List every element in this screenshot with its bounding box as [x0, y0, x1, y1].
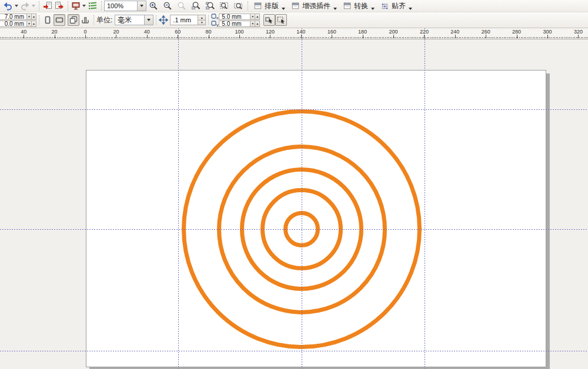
ruler-number: 300	[543, 29, 552, 35]
zoom-combo-dropdown-icon[interactable]	[137, 1, 146, 11]
bounding-box-button[interactable]	[275, 14, 287, 26]
export-button[interactable]	[54, 1, 65, 12]
import-button[interactable]	[42, 1, 54, 12]
application-launcher-icon	[71, 1, 81, 11]
page-width-value: 7.0 mm	[5, 14, 24, 20]
ruler-major-tick	[363, 35, 363, 38]
undo-icon	[3, 1, 13, 11]
page-height-value: 0.0 mm	[5, 21, 24, 27]
options-button[interactable]	[87, 1, 99, 12]
window-icon	[291, 2, 300, 10]
zoom-one-shot-button[interactable]	[175, 1, 189, 12]
guideline-vertical[interactable]	[178, 39, 179, 369]
current-page-icon	[81, 15, 90, 25]
page-height-field[interactable]: 0.0 mm	[0, 21, 27, 27]
duplicate-distance-fields: x 5.0 mm ▼▲ y 5.0 mm ▼▲	[211, 14, 260, 27]
zoom-to-selected-icon	[191, 1, 201, 11]
redo-button[interactable]	[19, 1, 31, 12]
convert-menu-button[interactable]: 转换	[340, 0, 377, 12]
duplicate-x-field[interactable]: 5.0 mm	[219, 14, 250, 20]
plugins-menu-label: 增强插件	[302, 1, 330, 11]
units-combo[interactable]: 毫米	[115, 15, 153, 25]
ruler-number: 140	[296, 29, 305, 35]
ruler-number: 320	[574, 29, 583, 35]
import-icon	[42, 1, 53, 11]
units-label: 单位:	[96, 15, 112, 25]
duplicate-y-spinner[interactable]: ▼▲	[250, 21, 260, 27]
ruler-number: 280	[512, 29, 521, 35]
ruler-major-tick	[455, 35, 456, 38]
units-combo-dropdown-icon[interactable]	[144, 15, 153, 25]
export-icon	[54, 1, 65, 11]
zoom-level-combo[interactable]: 100%	[104, 1, 146, 11]
apply-to-current-page-button[interactable]	[79, 14, 91, 26]
page-height-spinner[interactable]: ▼▲	[27, 21, 36, 27]
redo-icon	[20, 1, 30, 11]
drawing-workspace[interactable]	[0, 39, 588, 369]
zoom-out-button[interactable]	[161, 1, 175, 12]
application-launcher-button[interactable]	[71, 1, 81, 12]
treat-as-filled-button[interactable]	[263, 14, 275, 26]
options-icon	[88, 1, 98, 11]
bounding-box-icon	[276, 15, 286, 25]
toolbar-separator	[39, 1, 39, 11]
redo-dropdown[interactable]	[31, 1, 36, 12]
nudge-spinner[interactable]: ▲▼	[198, 15, 206, 25]
duplicate-x-spinner[interactable]: ▼▲	[250, 14, 260, 20]
zoom-to-all-icon	[205, 1, 215, 11]
plugins-menu-button[interactable]: 增强插件	[288, 0, 340, 12]
ruler-number: 260	[482, 29, 490, 35]
landscape-icon	[55, 15, 64, 25]
duplicate-y-field[interactable]: 5.0 mm	[219, 21, 250, 27]
snap-menu-label: 贴齐	[392, 1, 406, 11]
guideline-horizontal[interactable]	[0, 109, 588, 110]
ruler-major-tick	[24, 35, 24, 38]
snap-menu-button[interactable]: 贴齐	[377, 0, 415, 12]
layout-menu-button[interactable]: 排版	[250, 0, 288, 12]
guideline-vertical[interactable]	[425, 39, 425, 369]
zoom-out-icon	[163, 1, 172, 11]
snap-grid-icon	[380, 2, 389, 10]
toolbar-separator	[208, 15, 209, 25]
coreldraw-window: 100%	[0, 0, 588, 369]
standard-toolbar: 100%	[0, 0, 588, 12]
nudge-distance-value: .1 mm	[173, 16, 191, 24]
ruler-number: 160	[328, 29, 336, 35]
toolbar-separator	[39, 15, 39, 25]
ruler-number: 0	[83, 29, 86, 35]
ruler-major-tick	[209, 35, 209, 38]
apply-to-all-pages-button[interactable]	[68, 14, 79, 26]
duplicate-y-value: 5.0 mm	[222, 21, 241, 27]
landscape-button[interactable]	[54, 14, 65, 26]
zoom-to-selected-button[interactable]	[189, 1, 203, 12]
duplicate-x-value: 5.0 mm	[222, 14, 241, 20]
ruler-major-tick	[486, 35, 486, 38]
ruler-number: 200	[389, 29, 397, 35]
ruler-number: 100	[235, 29, 243, 35]
zoom-level-value: 100%	[105, 2, 137, 9]
ruler-guideline-stub	[302, 28, 302, 39]
ruler-number: 80	[206, 29, 212, 35]
ruler-number: 20	[113, 29, 119, 35]
concentric-circles-object[interactable]	[0, 39, 588, 369]
nudge-distance-field[interactable]: .1 mm	[170, 15, 198, 25]
zoom-in-button[interactable]	[146, 1, 161, 12]
ruler-number: 40	[21, 29, 26, 35]
portrait-button[interactable]	[42, 14, 54, 26]
undo-dropdown[interactable]	[14, 1, 19, 12]
units-value: 毫米	[115, 15, 144, 25]
guideline-vertical[interactable]	[302, 39, 302, 369]
guideline-horizontal[interactable]	[0, 229, 588, 230]
toolbar-separator	[68, 1, 68, 11]
page-size-fields: 7.0 mm ▼▲ 0.0 mm ▼▲	[0, 14, 36, 27]
zoom-to-page-button[interactable]	[217, 1, 231, 12]
page-width-spinner[interactable]: ▼▲	[27, 14, 36, 20]
page-width-field[interactable]: 7.0 mm	[0, 14, 27, 20]
zoom-to-all-button[interactable]	[203, 1, 217, 12]
ruler-major-tick	[332, 35, 332, 38]
undo-button[interactable]	[2, 1, 14, 12]
guideline-horizontal[interactable]	[0, 351, 588, 351]
horizontal-ruler[interactable]: 4020020406080100120140160180200220240260…	[0, 28, 588, 39]
application-launcher-dropdown[interactable]	[81, 1, 87, 12]
zoom-to-width-button[interactable]	[231, 1, 245, 12]
